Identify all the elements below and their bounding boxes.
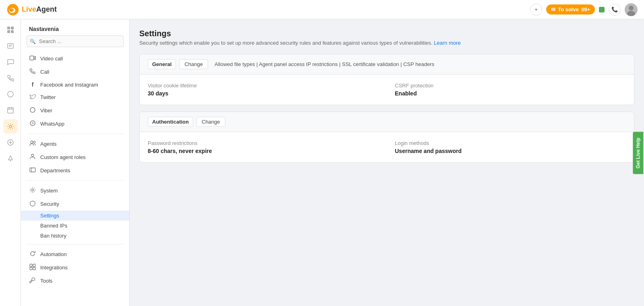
contacts-icon bbox=[7, 107, 14, 114]
topbar: LiveAgent + ✉ To solve 99+ 📞 bbox=[0, 0, 644, 19]
svg-rect-8 bbox=[7, 30, 10, 33]
svg-point-25 bbox=[30, 121, 35, 126]
live-help-button[interactable]: Get Live Help bbox=[633, 132, 644, 174]
nav-tickets[interactable] bbox=[3, 39, 18, 53]
dashboard-icon bbox=[7, 26, 14, 33]
sidebar-item-custom-roles[interactable]: Custom agent roles bbox=[21, 151, 129, 164]
reports-icon bbox=[7, 91, 14, 98]
whatsapp-label: WhatsApp bbox=[40, 121, 64, 127]
sidebar-item-tools[interactable]: Tools bbox=[21, 274, 129, 287]
page-title: Settings bbox=[139, 29, 634, 38]
svg-point-27 bbox=[31, 141, 33, 143]
svg-rect-35 bbox=[30, 267, 32, 270]
integrations-label: Integrations bbox=[40, 265, 68, 271]
sidebar-item-video-call[interactable]: Video call bbox=[21, 52, 129, 65]
whatsapp-icon bbox=[29, 120, 36, 128]
facebook-icon: f bbox=[29, 81, 36, 88]
chat-icon bbox=[7, 58, 14, 66]
departments-icon bbox=[29, 167, 36, 174]
to-solve-label: To solve bbox=[558, 6, 579, 12]
svg-rect-9 bbox=[11, 30, 14, 33]
svg-rect-30 bbox=[30, 168, 35, 172]
sidebar-item-call[interactable]: Call bbox=[21, 65, 129, 79]
nav-reports[interactable] bbox=[3, 87, 18, 101]
divider-3 bbox=[27, 244, 124, 244]
sidebar-item-integrations[interactable]: Integrations bbox=[21, 261, 129, 274]
status-indicator[interactable] bbox=[599, 7, 605, 12]
sidebar-sub-banned-ips[interactable]: Banned IPs bbox=[21, 221, 129, 231]
learn-more-link[interactable]: Learn more bbox=[434, 40, 460, 46]
svg-rect-34 bbox=[33, 264, 35, 267]
nav-contacts[interactable] bbox=[3, 103, 18, 118]
security-icon bbox=[29, 200, 36, 208]
password-restrictions-field: Password restrictions 8-60 chars, never … bbox=[148, 140, 379, 154]
auth-tab[interactable]: Authentication bbox=[148, 117, 193, 127]
icon-nav bbox=[0, 19, 21, 306]
auth-change-button[interactable]: Change bbox=[196, 117, 225, 127]
nav-chat[interactable] bbox=[3, 55, 18, 69]
integrations-icon bbox=[29, 264, 36, 271]
video-call-icon bbox=[29, 55, 36, 62]
general-change-button[interactable]: Change bbox=[179, 59, 208, 69]
nav-settings[interactable] bbox=[3, 119, 18, 134]
envelope-icon: ✉ bbox=[551, 6, 555, 12]
general-card: General Change Allowed file types | Agen… bbox=[139, 54, 634, 105]
logo-text: LiveAgent bbox=[22, 5, 57, 14]
viber-icon bbox=[29, 107, 36, 114]
to-solve-count: 99+ bbox=[581, 6, 590, 12]
call-icon bbox=[29, 68, 36, 76]
svg-rect-23 bbox=[30, 56, 34, 60]
nav-add[interactable] bbox=[3, 135, 18, 150]
svg-rect-14 bbox=[8, 108, 13, 113]
upgrade-icon bbox=[7, 155, 14, 162]
general-card-body: Visitor cookie lifetime 30 days CSRF pro… bbox=[140, 74, 634, 105]
general-tab[interactable]: General bbox=[148, 59, 176, 69]
twitter-icon bbox=[29, 93, 36, 101]
departments-label: Departments bbox=[40, 167, 70, 174]
login-methods-field: Login methods Username and password bbox=[395, 140, 626, 154]
sidebar-item-departments[interactable]: Departments bbox=[21, 164, 129, 177]
twitter-label: Twitter bbox=[40, 94, 56, 100]
svg-rect-10 bbox=[8, 43, 13, 48]
svg-point-2 bbox=[9, 8, 14, 12]
sidebar-sub-settings[interactable]: Settings bbox=[21, 211, 129, 221]
sidebar-item-whatsapp[interactable]: WhatsApp bbox=[21, 117, 129, 130]
automation-label: Automation bbox=[40, 251, 67, 257]
search-icon: 🔍 bbox=[30, 39, 36, 44]
svg-point-26 bbox=[32, 122, 33, 124]
svg-point-32 bbox=[32, 189, 34, 191]
sidebar-item-security[interactable]: Security bbox=[21, 197, 129, 211]
sidebar-item-twitter[interactable]: Twitter bbox=[21, 91, 129, 104]
system-label: System bbox=[40, 188, 58, 194]
login-methods-label: Login methods bbox=[395, 140, 626, 146]
sidebar-item-agents[interactable]: Agents bbox=[21, 137, 129, 151]
tools-icon bbox=[29, 277, 36, 285]
sidebar-sub-ban-history[interactable]: Ban history bbox=[21, 231, 129, 241]
settings-description: Security settings which enable you to se… bbox=[139, 40, 634, 46]
sidebar-item-viber[interactable]: Viber bbox=[21, 104, 129, 117]
visitor-cookie-value: 30 days bbox=[148, 90, 379, 97]
search-input[interactable] bbox=[27, 35, 124, 47]
csrf-field: CSRF protection Enabled bbox=[395, 83, 626, 97]
svg-point-18 bbox=[9, 125, 12, 128]
sidebar-item-facebook[interactable]: f Facebook and Instagram bbox=[21, 79, 129, 91]
call-label: Call bbox=[40, 69, 49, 75]
sidebar-item-system[interactable]: System bbox=[21, 184, 129, 197]
nav-calls[interactable] bbox=[3, 71, 18, 85]
general-fields: Visitor cookie lifetime 30 days CSRF pro… bbox=[148, 83, 626, 97]
nav-dashboard[interactable] bbox=[3, 23, 18, 37]
content-area: Settings Security settings which enable … bbox=[130, 19, 644, 306]
avatar[interactable] bbox=[625, 3, 638, 16]
sidebar: Nastavenia 🔍 Video call Call f Facebook … bbox=[21, 19, 130, 306]
sidebar-item-automation[interactable]: Automation bbox=[21, 248, 129, 261]
auth-fields: Password restrictions 8-60 chars, never … bbox=[148, 140, 626, 154]
divider-1 bbox=[27, 134, 124, 134]
viber-label: Viber bbox=[40, 108, 52, 114]
nav-upgrade[interactable] bbox=[3, 151, 18, 166]
csrf-value: Enabled bbox=[395, 90, 626, 97]
custom-roles-icon bbox=[29, 153, 36, 161]
add-button[interactable]: + bbox=[530, 4, 542, 16]
to-solve-button[interactable]: ✉ To solve 99+ bbox=[546, 4, 595, 14]
phone-button[interactable]: 📞 bbox=[609, 4, 621, 16]
facebook-label: Facebook and Instagram bbox=[40, 82, 98, 88]
